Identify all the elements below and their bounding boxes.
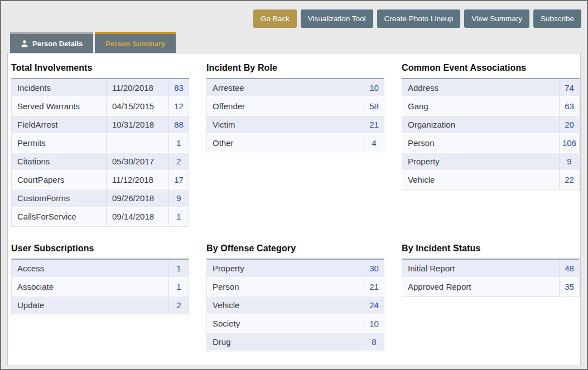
- table-row: Society10: [207, 315, 384, 333]
- count-cell[interactable]: 63: [559, 98, 579, 116]
- count-cell[interactable]: 9: [168, 189, 189, 208]
- table-row: Offender58: [207, 98, 384, 116]
- count-cell[interactable]: 35: [559, 278, 579, 296]
- label-cell: Gang: [402, 98, 559, 116]
- tab-label: Person Details: [32, 40, 83, 48]
- subscribe-button[interactable]: Subscribe: [533, 9, 581, 28]
- create-photo-lineup-button[interactable]: Create Photo Lineup: [377, 9, 461, 28]
- label-cell: Incidents: [12, 79, 106, 98]
- label-cell: CustomForms: [12, 189, 106, 208]
- date-cell: 04/15/2015: [106, 98, 168, 116]
- count-cell[interactable]: 10: [364, 79, 384, 98]
- table-row: CourtPapers11/12/201817: [12, 171, 189, 189]
- count-cell[interactable]: 58: [364, 98, 384, 116]
- count-cell[interactable]: 106: [559, 134, 579, 153]
- label-cell: Organization: [402, 116, 559, 134]
- label-cell: Society: [207, 315, 364, 333]
- incident-by-role-table: Arrestee10Offender58Victim21Other4: [206, 78, 384, 153]
- table-row: Address74: [402, 79, 579, 98]
- label-cell: Initial Report: [402, 260, 559, 278]
- by-offense-category-table: Property30Person21Vehicle24Society10Drug…: [206, 259, 384, 352]
- label-cell: CallsForService: [12, 208, 106, 226]
- count-cell[interactable]: 74: [559, 79, 579, 98]
- count-cell[interactable]: 4: [364, 134, 384, 153]
- tab-label: Person Summary: [105, 40, 165, 48]
- label-cell: Property: [402, 153, 559, 171]
- label-cell: Other: [207, 134, 364, 153]
- label-cell: Update: [12, 296, 168, 315]
- user-subscriptions-table: Access1Associate1Update2: [11, 259, 189, 315]
- table-row: Access1: [12, 260, 189, 278]
- count-cell[interactable]: 1: [168, 208, 189, 226]
- count-cell[interactable]: 30: [364, 260, 384, 278]
- date-cell: [106, 134, 168, 153]
- date-cell: 09/26/2018: [106, 189, 168, 208]
- date-cell: 09/14/2018: [106, 208, 168, 226]
- table-row: Drug8: [207, 333, 384, 352]
- table-row: Served Warrants04/15/201512: [12, 98, 189, 116]
- panel-by-offense-category: By Offense Category Property30Person21Ve…: [206, 244, 384, 352]
- panel-incident-by-role: Incident By Role Arrestee10Offender58Vic…: [206, 63, 384, 153]
- label-cell: Offender: [207, 98, 364, 116]
- visualization-tool-button[interactable]: Visualization Tool: [301, 9, 373, 28]
- label-cell: Approved Report: [402, 278, 559, 296]
- panel-title: Common Event Associations: [402, 63, 580, 73]
- table-row: Property30: [207, 260, 384, 278]
- count-cell[interactable]: 48: [559, 260, 579, 278]
- tab-person-summary[interactable]: Person Summary: [95, 32, 176, 53]
- panel-title: Total Involvements: [11, 63, 189, 73]
- table-row: Permits1: [12, 134, 189, 153]
- label-cell: Associate: [12, 278, 168, 296]
- table-row: Update2: [12, 296, 189, 315]
- total-involvements-table: Incidents11/20/201883Served Warrants04/1…: [11, 78, 189, 227]
- tab-person-details[interactable]: Person Details: [10, 32, 93, 53]
- table-row: Associate1: [12, 278, 189, 296]
- count-cell[interactable]: 1: [168, 134, 189, 153]
- date-cell: 05/30/2017: [106, 153, 168, 171]
- count-cell[interactable]: 9: [559, 153, 579, 171]
- count-cell[interactable]: 21: [364, 278, 384, 296]
- count-cell[interactable]: 2: [168, 153, 189, 171]
- label-cell: Drug: [207, 333, 364, 352]
- count-cell[interactable]: 17: [168, 171, 189, 189]
- count-cell[interactable]: 1: [168, 278, 189, 296]
- summary-content-panel: Total Involvements Incidents11/20/201883…: [7, 53, 581, 366]
- table-row: Organization20: [402, 116, 579, 134]
- table-row: Vehicle22: [402, 171, 579, 189]
- label-cell: FieldArrest: [12, 116, 106, 134]
- count-cell[interactable]: 20: [559, 116, 579, 134]
- person-icon: [21, 40, 28, 47]
- label-cell: Permits: [12, 134, 106, 153]
- table-row: Property9: [402, 153, 579, 171]
- app-window: { "colors": { "accent_gold": "#b3974a", …: [0, 0, 588, 370]
- count-cell[interactable]: 88: [168, 116, 189, 134]
- panel-by-incident-status: By Incident Status Initial Report48Appro…: [402, 244, 580, 297]
- table-row: Approved Report35: [402, 278, 579, 296]
- label-cell: Person: [402, 134, 559, 153]
- table-row: Initial Report48: [402, 260, 579, 278]
- table-row: Arrestee10: [207, 79, 384, 98]
- date-cell: 11/20/2018: [106, 79, 168, 98]
- table-row: Citations05/30/20172: [12, 153, 189, 171]
- table-row: CustomForms09/26/20189: [12, 189, 189, 208]
- label-cell: Victim: [207, 116, 364, 134]
- view-summary-button[interactable]: View Summary: [464, 9, 529, 28]
- table-row: Vehicle24: [207, 296, 384, 315]
- count-cell[interactable]: 2: [168, 296, 189, 315]
- label-cell: Person: [207, 278, 364, 296]
- table-row: Person106: [402, 134, 579, 153]
- count-cell[interactable]: 1: [168, 260, 189, 278]
- panel-common-event-associations: Common Event Associations Address74Gang6…: [402, 63, 580, 190]
- count-cell[interactable]: 83: [168, 79, 189, 98]
- count-cell[interactable]: 24: [364, 296, 384, 315]
- panel-user-subscriptions: User Subscriptions Access1Associate1Upda…: [11, 244, 189, 315]
- go-back-button[interactable]: Go Back: [253, 9, 297, 28]
- label-cell: Property: [207, 260, 364, 278]
- count-cell[interactable]: 10: [364, 315, 384, 333]
- count-cell[interactable]: 12: [168, 98, 189, 116]
- date-cell: 10/31/2018: [106, 116, 168, 134]
- label-cell: Address: [402, 79, 559, 98]
- count-cell[interactable]: 8: [364, 333, 384, 352]
- count-cell[interactable]: 22: [559, 171, 579, 189]
- count-cell[interactable]: 21: [364, 116, 384, 134]
